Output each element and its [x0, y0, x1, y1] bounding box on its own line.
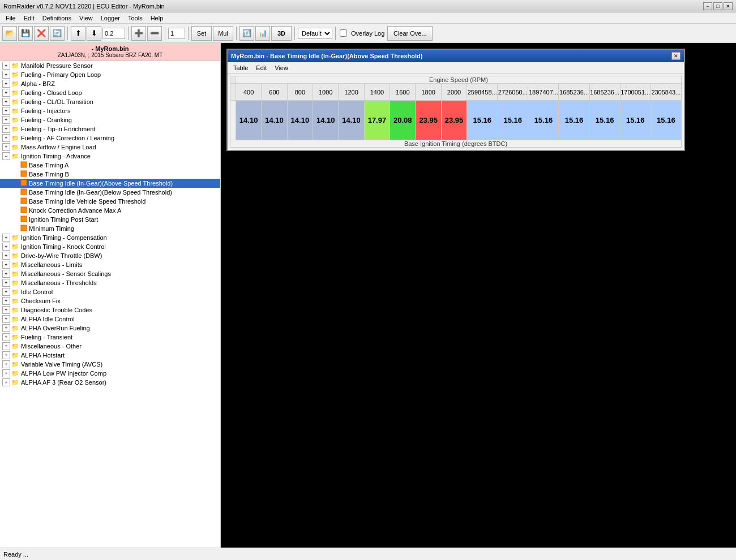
- tree-item-alpha-hotstart[interactable]: +📁ALPHA Hotstart: [0, 351, 220, 360]
- menu-view[interactable]: View: [76, 14, 96, 23]
- save-button[interactable]: 💾: [18, 26, 33, 41]
- preset-dropdown[interactable]: Default: [298, 28, 332, 39]
- tree-item-misc-other[interactable]: +📁Miscellaneous - Other: [0, 342, 220, 351]
- sub-button[interactable]: ➖: [147, 26, 162, 41]
- tree-item-alpha-low-pw[interactable]: +📁ALPHA Low PW Injector Comp: [0, 369, 220, 378]
- expand-btn-drive-by-wire[interactable]: +: [2, 252, 10, 260]
- expand-btn-ignition-compensation[interactable]: +: [2, 234, 10, 242]
- 3d-button[interactable]: 3D: [271, 26, 292, 41]
- tree-item-ignition-knock-control[interactable]: +📁Ignition Timing - Knock Control: [0, 242, 220, 251]
- tree-item-ignition-advance[interactable]: −📁Ignition Timing - Advance: [0, 152, 220, 161]
- data-cell-9[interactable]: 15.16: [467, 101, 498, 140]
- refresh-button[interactable]: 🔄: [50, 26, 65, 41]
- maximize-button[interactable]: □: [713, 2, 722, 10]
- expand-btn-fueling-tip-in[interactable]: +: [2, 125, 10, 133]
- expand-btn-alpha-overrun-fueling[interactable]: +: [2, 324, 10, 332]
- data-cell-14[interactable]: 15.16: [620, 101, 651, 140]
- tree-item-fueling-clol-transition[interactable]: +📁Fueling - CL/OL Transition: [0, 97, 220, 106]
- step-input[interactable]: [102, 28, 125, 39]
- tree-item-misc-sensor-scalings[interactable]: +📁Miscellaneous - Sensor Scalings: [0, 269, 220, 278]
- expand-btn-fueling-primary-open[interactable]: +: [2, 71, 10, 79]
- expand-btn-manifold-pressure[interactable]: +: [2, 62, 10, 70]
- menu-logger[interactable]: Logger: [97, 14, 123, 23]
- data-cell-4[interactable]: 14.10: [339, 101, 364, 140]
- expand-btn-checksum-fix[interactable]: +: [2, 297, 10, 305]
- data-cell-10[interactable]: 15.16: [498, 101, 528, 140]
- expand-btn-idle-control[interactable]: +: [2, 288, 10, 296]
- expand-btn-fueling-clol-transition[interactable]: +: [2, 98, 10, 106]
- tree-item-base-timing-b[interactable]: Base Timing B: [0, 170, 220, 179]
- data-cell-7[interactable]: 23.95: [416, 101, 441, 140]
- tree-item-misc-limits[interactable]: +📁Miscellaneous - Limits: [0, 260, 220, 269]
- clear-overlay-button[interactable]: Clear Ove...: [387, 26, 433, 41]
- tree-item-mass-airflow[interactable]: +📁Mass Airflow / Engine Load: [0, 143, 220, 152]
- expand-btn-misc-sensor-scalings[interactable]: +: [2, 270, 10, 278]
- tree-item-knock-correction-max[interactable]: Knock Correction Advance Max A: [0, 206, 220, 215]
- tree-item-fueling-tip-in[interactable]: +📁Fueling - Tip-in Enrichment: [0, 124, 220, 133]
- menu-file[interactable]: File: [2, 14, 19, 23]
- tree-item-fueling-af-correction[interactable]: +📁Fueling - AF Correction / Learning: [0, 133, 220, 143]
- close-button[interactable]: ✕: [724, 2, 733, 10]
- tree-item-variable-valve-timing[interactable]: +📁Variable Valve Timing (AVCS): [0, 360, 220, 369]
- tree-item-alpha-af3[interactable]: +📁ALPHA AF 3 (Rear O2 Sensor): [0, 378, 220, 387]
- tree-item-checksum-fix[interactable]: +📁Checksum Fix: [0, 296, 220, 305]
- table-menu-edit[interactable]: Edit: [253, 63, 270, 72]
- tree-item-fueling-transient[interactable]: +📁Fueling - Transient: [0, 333, 220, 342]
- compare-button[interactable]: 📊: [255, 26, 270, 41]
- expand-btn-fueling-closed-loop[interactable]: +: [2, 89, 10, 97]
- up-button[interactable]: ⬆: [71, 26, 85, 41]
- overlay-log-checkbox[interactable]: [340, 29, 347, 37]
- mul-button[interactable]: Mul: [213, 26, 233, 41]
- mult-input[interactable]: [168, 28, 185, 39]
- menu-tools[interactable]: Tools: [125, 14, 146, 23]
- expand-btn-fueling-cranking[interactable]: +: [2, 116, 10, 124]
- tree-item-fueling-closed-loop[interactable]: +📁Fueling - Closed Loop: [0, 88, 220, 97]
- menu-definitions[interactable]: Definitions: [39, 14, 75, 23]
- data-cell-5[interactable]: 17.97: [364, 101, 390, 140]
- data-cell-13[interactable]: 15.16: [589, 101, 620, 140]
- add-button[interactable]: ➕: [131, 26, 146, 41]
- expand-btn-alpha-brz[interactable]: +: [2, 80, 10, 88]
- expand-btn-misc-thresholds[interactable]: +: [2, 279, 10, 287]
- table-close-button[interactable]: ✕: [671, 52, 681, 60]
- expand-btn-fueling-injectors[interactable]: +: [2, 107, 10, 115]
- tree-item-ignition-post-start[interactable]: Ignition Timing Post Start: [0, 215, 220, 224]
- tree-item-misc-thresholds[interactable]: +📁Miscellaneous - Thresholds: [0, 278, 220, 287]
- data-cell-1[interactable]: 14.10: [262, 101, 287, 140]
- data-cell-3[interactable]: 14.10: [313, 101, 339, 140]
- table-menu-table[interactable]: Table: [230, 63, 251, 72]
- tree-item-idle-control[interactable]: +📁Idle Control: [0, 287, 220, 296]
- tree-item-fueling-primary-open[interactable]: +📁Fueling - Primary Open Loop: [0, 70, 220, 79]
- expand-btn-ignition-knock-control[interactable]: +: [2, 243, 10, 251]
- expand-btn-mass-airflow[interactable]: +: [2, 143, 10, 151]
- tree-item-fueling-cranking[interactable]: +📁Fueling - Cranking: [0, 115, 220, 124]
- tree-item-manifold-pressure[interactable]: +📁Manifold Pressure Sensor: [0, 61, 220, 70]
- data-cell-12[interactable]: 15.16: [559, 101, 589, 140]
- tree-item-alpha-idle-control[interactable]: +📁ALPHA Idle Control: [0, 315, 220, 324]
- tree-item-fueling-injectors[interactable]: +📁Fueling - Injectors: [0, 106, 220, 115]
- expand-btn-alpha-idle-control[interactable]: +: [2, 315, 10, 323]
- data-cell-2[interactable]: 14.10: [287, 101, 313, 140]
- close-file-button[interactable]: ❌: [34, 26, 49, 41]
- expand-btn-misc-limits[interactable]: +: [2, 261, 10, 269]
- tree-item-alpha-brz[interactable]: +📁Alpha - BRZ: [0, 79, 220, 88]
- expand-btn-fueling-transient[interactable]: +: [2, 333, 10, 341]
- menu-edit[interactable]: Edit: [20, 14, 38, 23]
- expand-btn-diagnostic-trouble[interactable]: +: [2, 306, 10, 314]
- tree-item-diagnostic-trouble[interactable]: +📁Diagnostic Trouble Codes: [0, 305, 220, 315]
- data-cell-8[interactable]: 23.95: [441, 101, 467, 140]
- expand-btn-ignition-advance[interactable]: −: [2, 152, 10, 160]
- expand-btn-variable-valve-timing[interactable]: +: [2, 360, 10, 368]
- tree-item-base-timing-idle-below[interactable]: Base Timing Idle (In-Gear)(Below Speed T…: [0, 188, 220, 197]
- tree-item-drive-by-wire[interactable]: +📁Drive-by-Wire Throttle (DBW): [0, 251, 220, 260]
- data-cell-6[interactable]: 20.08: [390, 101, 416, 140]
- open-button[interactable]: 📂: [2, 26, 17, 41]
- tree-item-base-timing-idle-above[interactable]: Base Timing Idle (In-Gear)(Above Speed T…: [0, 179, 220, 188]
- data-cell-15[interactable]: 15.16: [651, 101, 681, 140]
- set-button[interactable]: Set: [191, 26, 212, 41]
- tree-item-alpha-overrun-fueling[interactable]: +📁ALPHA OverRun Fueling: [0, 324, 220, 333]
- table-menu-view[interactable]: View: [271, 63, 292, 72]
- expand-btn-alpha-low-pw[interactable]: +: [2, 369, 10, 377]
- tree-item-base-timing-idle-vehicle[interactable]: Base Timing Idle Vehicle Speed Threshold: [0, 197, 220, 206]
- refresh2-button[interactable]: 🔃: [239, 26, 254, 41]
